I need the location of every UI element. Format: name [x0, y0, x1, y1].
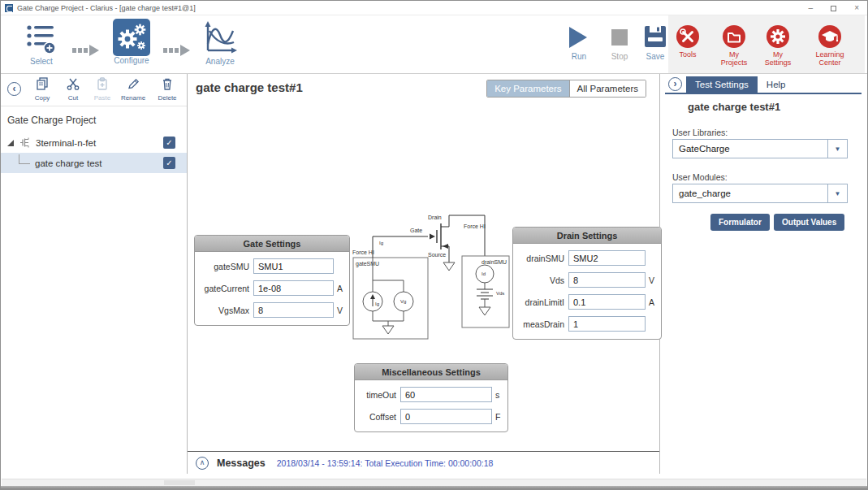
drainSMU-input[interactable]	[568, 250, 646, 266]
chevron-left-icon: ‹	[13, 83, 16, 94]
drain-settings-box: Drain Settings drainSMU Vds V drainLimit…	[512, 227, 662, 340]
tools-label: Tools	[673, 50, 702, 59]
drainLimitI-unit: A	[649, 297, 657, 307]
my-settings-label: My Settings	[759, 50, 797, 67]
paste-icon	[95, 76, 110, 91]
stop-button[interactable]: Stop	[603, 24, 636, 61]
source-label: Source	[428, 252, 446, 258]
vds-label: Vds	[496, 291, 504, 296]
gate-label: Gate	[410, 228, 422, 233]
ig-source-label: Ig	[375, 301, 379, 306]
pencil-icon	[126, 76, 140, 91]
tab-help[interactable]: Help	[758, 76, 795, 93]
timeOut-input[interactable]	[400, 387, 492, 402]
gatesmu-label: gateSMU	[356, 261, 379, 267]
tab-test-settings[interactable]: Test Settings	[686, 76, 758, 93]
collapse-panel-button[interactable]: ‹	[7, 82, 21, 96]
chevron-up-icon: ∧	[200, 458, 205, 466]
stop-square-icon	[611, 29, 628, 46]
gateCurrent-input[interactable]	[253, 280, 334, 296]
messages-label: Messages	[217, 457, 266, 469]
configure-label: Configure	[106, 56, 157, 65]
select-button[interactable]: Select	[19, 20, 64, 66]
window-title: Gate Charge Project - Clarius - [gate ch…	[17, 4, 196, 12]
graduation-cap-icon	[818, 24, 842, 49]
Vds-input[interactable]	[568, 272, 646, 288]
app-window: Gate Charge Project - Clarius - [gate ch…	[0, 0, 868, 490]
paste-label: Paste	[87, 94, 118, 102]
my-projects-button[interactable]: My Projects	[715, 24, 753, 67]
messages-collapse-button[interactable]: ∧	[196, 457, 209, 470]
user-libraries-label: User Libraries:	[672, 128, 728, 137]
drainLimitI-input[interactable]	[568, 294, 646, 310]
scrollbar-thumb[interactable]	[164, 480, 195, 485]
gateSMU-input[interactable]	[253, 258, 334, 274]
tree-node-test[interactable]: gate charge test ✓	[1, 153, 187, 173]
copy-icon	[35, 76, 50, 91]
copy-button[interactable]: Copy	[27, 76, 58, 102]
paste-button[interactable]: Paste	[87, 76, 118, 102]
user-modules-label: User Modules:	[672, 172, 728, 182]
minimize-button[interactable]: –	[809, 4, 814, 12]
user-modules-dropdown[interactable]: gate_charge ▼	[672, 184, 848, 203]
rename-button[interactable]: Rename	[118, 76, 149, 102]
dropdown-arrow-icon[interactable]: ▼	[827, 184, 847, 202]
force-hi-left-label: Force HI	[352, 249, 374, 255]
VgsMax-label: VgsMax	[199, 306, 249, 315]
tree-node-label: 3terminal-n-fet	[36, 138, 96, 148]
test-title: gate charge test#1	[196, 80, 303, 94]
measDrain-label: measDrain	[517, 319, 564, 329]
select-label: Select	[19, 57, 64, 66]
configure-button[interactable]: Configure	[106, 20, 157, 65]
my-settings-button[interactable]: My Settings	[759, 24, 797, 67]
output-values-button[interactable]: Output Values	[774, 214, 844, 231]
tools-button[interactable]: Tools	[673, 24, 702, 59]
app-logo-icon	[5, 4, 13, 12]
check-icon: ✓	[166, 138, 172, 147]
drain-settings-title: Drain Settings	[513, 228, 661, 244]
user-libraries-dropdown[interactable]: GateCharge ▼	[672, 139, 848, 158]
gate-settings-title: Gate Settings	[195, 236, 349, 252]
cut-button[interactable]: Cut	[58, 76, 89, 102]
formulator-button[interactable]: Formulator	[710, 214, 770, 231]
measDrain-input[interactable]	[568, 316, 646, 332]
misc-settings-box: Miscellaneous Settings timeOut s Coffset…	[354, 363, 508, 432]
run-button[interactable]: Run	[563, 24, 595, 61]
side-panel-test-title: gate charge test#1	[688, 101, 780, 113]
save-label: Save	[639, 52, 672, 61]
title-bar: Gate Charge Project - Clarius - [gate ch…	[1, 1, 867, 15]
test-configure-panel: gate charge test#1 Key Parameters All Pa…	[188, 74, 660, 474]
Coffset-unit: F	[495, 412, 503, 422]
VgsMax-unit: V	[337, 306, 345, 315]
dropdown-arrow-icon[interactable]: ▼	[827, 140, 847, 158]
tree-node-checkbox[interactable]: ✓	[163, 137, 175, 149]
window-bottom-edge	[1, 486, 867, 489]
save-button[interactable]: Save	[639, 22, 672, 61]
stop-label: Stop	[603, 52, 636, 61]
expander-icon[interactable]	[7, 140, 14, 146]
Coffset-label: Coffset	[359, 412, 396, 422]
drainsmu-label: drainSMU	[482, 259, 507, 265]
save-floppy-icon	[643, 24, 667, 49]
main-toolbar: Select	[1, 15, 867, 74]
rename-label: Rename	[118, 94, 149, 102]
delete-button[interactable]: Delete	[152, 76, 183, 102]
analyze-button[interactable]: Analyze	[196, 20, 244, 66]
gateCurrent-unit: A	[337, 284, 345, 293]
all-parameters-button[interactable]: All Parameters	[570, 80, 646, 97]
Coffset-input[interactable]	[400, 409, 492, 424]
maximize-button[interactable]	[831, 6, 836, 11]
id-meter-label: Id	[482, 271, 486, 276]
messages-text: 2018/03/14 - 13:59:14: Total Execution T…	[277, 458, 494, 468]
drainSMU-label: drainSMU	[517, 254, 564, 263]
key-parameters-button[interactable]: Key Parameters	[487, 80, 569, 97]
horizontal-scrollbar[interactable]	[2, 479, 866, 486]
learning-center-button[interactable]: Learning Center	[805, 24, 855, 67]
VgsMax-input[interactable]	[253, 302, 334, 318]
scissors-icon	[66, 76, 80, 91]
expand-panel-button[interactable]: ›	[668, 77, 682, 91]
tree-node-device[interactable]: 3terminal-n-fet ✓	[1, 132, 187, 153]
tree-node-checkbox[interactable]: ✓	[163, 157, 175, 169]
close-button[interactable]: ×	[854, 4, 859, 12]
vg-source-label: Vg	[400, 299, 406, 304]
